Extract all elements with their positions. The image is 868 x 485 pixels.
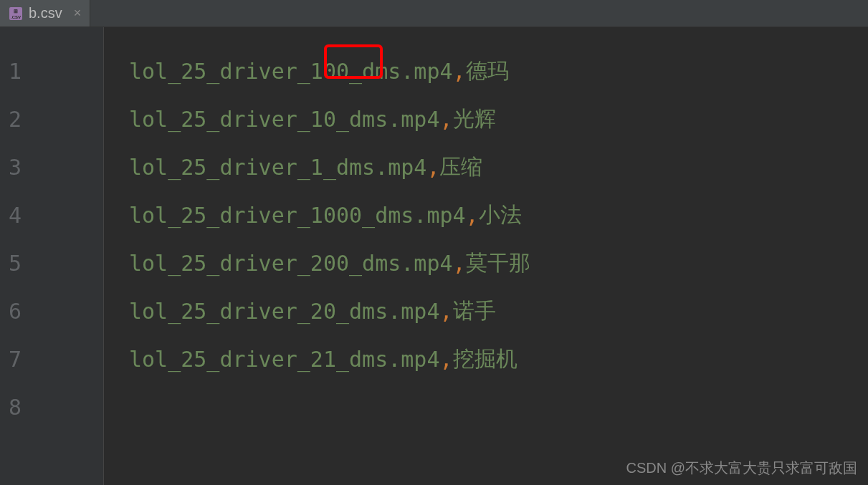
tab-filename: b.csv	[29, 5, 62, 21]
csv-label: 小法	[479, 201, 522, 230]
csv-label: 莫干那	[466, 249, 530, 278]
csv-separator: ,	[439, 299, 452, 324]
csv-separator: ,	[439, 107, 452, 132]
line-number: 5	[0, 239, 103, 287]
csv-separator: ,	[453, 59, 466, 84]
editor-area: 1 2 3 4 5 6 7 8 lol_25_driver_100_dms.mp…	[0, 27, 868, 485]
csv-label: 德玛	[466, 57, 509, 86]
line-number: 2	[0, 95, 103, 143]
csv-label: 光辉	[453, 105, 496, 134]
csv-filename: lol_25_driver_1000_dms.mp4	[129, 203, 466, 228]
csv-filename: lol_25_driver_10_dms.mp4	[129, 107, 439, 132]
code-line: lol_25_driver_1_dms.mp4,压缩	[129, 143, 868, 191]
csv-label: 挖掘机	[453, 345, 518, 374]
code-line: lol_25_driver_200_dms.mp4,莫干那	[129, 239, 868, 287]
code-line: lol_25_driver_10_dms.mp4,光辉	[129, 95, 868, 143]
code-content[interactable]: lol_25_driver_100_dms.mp4,德玛 lol_25_driv…	[104, 27, 868, 485]
line-number: 1	[0, 47, 103, 95]
line-number-gutter: 1 2 3 4 5 6 7 8	[0, 27, 104, 485]
code-line	[129, 383, 868, 431]
line-number: 6	[0, 287, 103, 335]
csv-filename: lol_25_driver_200_dms.mp4	[129, 251, 453, 276]
line-number: 4	[0, 191, 103, 239]
csv-separator: ,	[426, 155, 439, 180]
csv-filename: lol_25_driver_21_dms.mp4	[129, 347, 439, 372]
csv-separator: ,	[453, 251, 466, 276]
code-line: lol_25_driver_100_dms.mp4,德玛	[129, 47, 868, 95]
file-tab[interactable]: ⊞ .CSV b.csv ×	[0, 0, 90, 27]
watermark: CSDN @不求大富大贵只求富可敌国	[626, 458, 857, 478]
svg-text:⊞: ⊞	[14, 9, 18, 14]
line-number: 7	[0, 335, 103, 383]
csv-separator: ,	[466, 203, 479, 228]
csv-filename: lol_25_driver_1_dms.mp4	[129, 155, 426, 180]
tab-bar: ⊞ .CSV b.csv ×	[0, 0, 868, 27]
close-icon[interactable]: ×	[74, 6, 82, 21]
code-line: lol_25_driver_21_dms.mp4,挖掘机	[129, 335, 868, 383]
csv-filename: lol_25_driver_20_dms.mp4	[129, 299, 439, 324]
csv-separator: ,	[439, 347, 452, 372]
svg-text:.CSV: .CSV	[11, 15, 21, 19]
csv-filename: lol_25_driver_100_dms.mp4	[129, 59, 453, 84]
line-number: 8	[0, 383, 103, 431]
code-line: lol_25_driver_20_dms.mp4,诺手	[129, 287, 868, 335]
csv-label: 诺手	[453, 297, 496, 326]
line-number: 3	[0, 143, 103, 191]
csv-file-icon: ⊞ .CSV	[9, 6, 23, 21]
code-line: lol_25_driver_1000_dms.mp4,小法	[129, 191, 868, 239]
csv-label: 压缩	[439, 153, 482, 182]
